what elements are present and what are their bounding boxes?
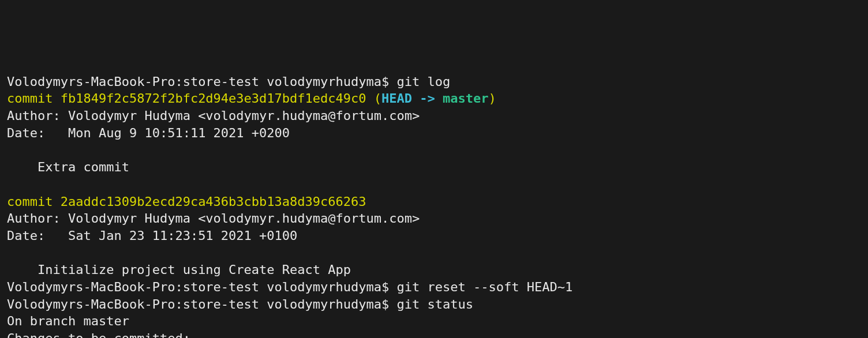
commit-line-1: commit fb1849f2c5872f2bfc2d94e3e3d17bdf1… bbox=[7, 91, 496, 106]
prompt-line-3: Volodymyrs-MacBook-Pro:store-test volody… bbox=[7, 297, 473, 311]
terminal-output[interactable]: Volodymyrs-MacBook-Pro:store-test volody… bbox=[7, 73, 861, 338]
author-line-2: Author: Volodymyr Hudyma <volodymyr.hudy… bbox=[7, 211, 420, 226]
commit-message-1: Extra commit bbox=[7, 160, 129, 174]
commit-line-2: commit 2aaddc1309b2ecd29ca436b3cbb13a8d3… bbox=[7, 194, 366, 209]
commit-message-2: Initialize project using Create React Ap… bbox=[7, 262, 351, 277]
prompt-line-1: Volodymyrs-MacBook-Pro:store-test volody… bbox=[7, 74, 450, 89]
branch-status: On branch master bbox=[7, 314, 129, 328]
changes-header: Changes to be committed: bbox=[7, 331, 190, 338]
prompt-line-2: Volodymyrs-MacBook-Pro:store-test volody… bbox=[7, 280, 573, 294]
author-line-1: Author: Volodymyr Hudyma <volodymyr.hudy… bbox=[7, 108, 420, 123]
date-line-1: Date: Mon Aug 9 10:51:11 2021 +0200 bbox=[7, 126, 290, 140]
date-line-2: Date: Sat Jan 23 11:23:51 2021 +0100 bbox=[7, 228, 297, 243]
